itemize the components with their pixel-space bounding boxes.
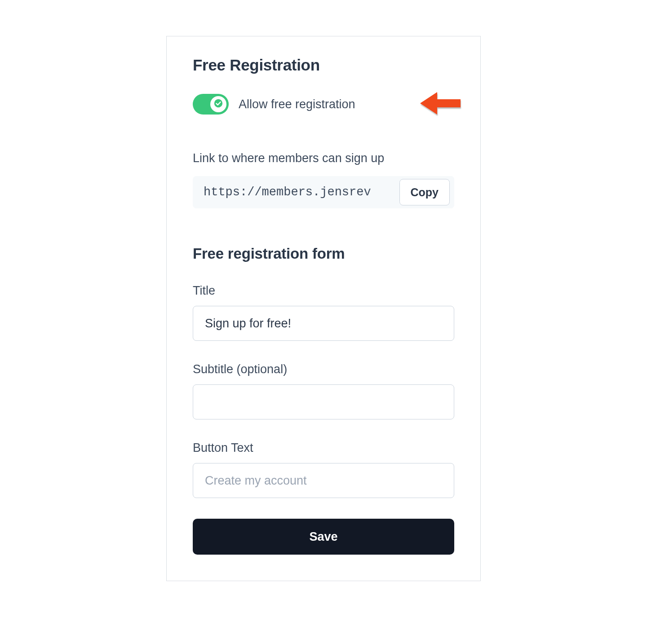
title-field-group: Title <box>193 284 454 341</box>
svg-point-0 <box>214 99 222 107</box>
save-button[interactable]: Save <box>193 519 454 555</box>
subtitle-input[interactable] <box>193 384 454 419</box>
copy-link-button[interactable]: Copy <box>399 179 450 206</box>
form-section-title: Free registration form <box>193 245 454 262</box>
allow-free-registration-label: Allow free registration <box>239 97 355 111</box>
title-field-label: Title <box>193 284 454 298</box>
button-text-input[interactable] <box>193 463 454 498</box>
page-title: Free Registration <box>193 56 454 74</box>
allow-free-registration-row: Allow free registration <box>193 94 454 115</box>
subtitle-field-group: Subtitle (optional) <box>193 362 454 419</box>
toggle-knob <box>210 96 226 112</box>
button-text-field-group: Button Text <box>193 441 454 498</box>
arrow-left-icon <box>417 89 461 119</box>
signup-link-label: Link to where members can sign up <box>193 151 454 165</box>
title-input[interactable] <box>193 306 454 341</box>
check-icon <box>213 98 223 110</box>
allow-free-registration-toggle[interactable] <box>193 94 229 115</box>
signup-link-box: https://members.jensrev Copy <box>193 176 454 208</box>
signup-link-url: https://members.jensrev <box>204 185 371 199</box>
free-registration-card: Free Registration Allow free registratio… <box>166 36 481 581</box>
button-text-field-label: Button Text <box>193 441 454 455</box>
subtitle-field-label: Subtitle (optional) <box>193 362 454 376</box>
